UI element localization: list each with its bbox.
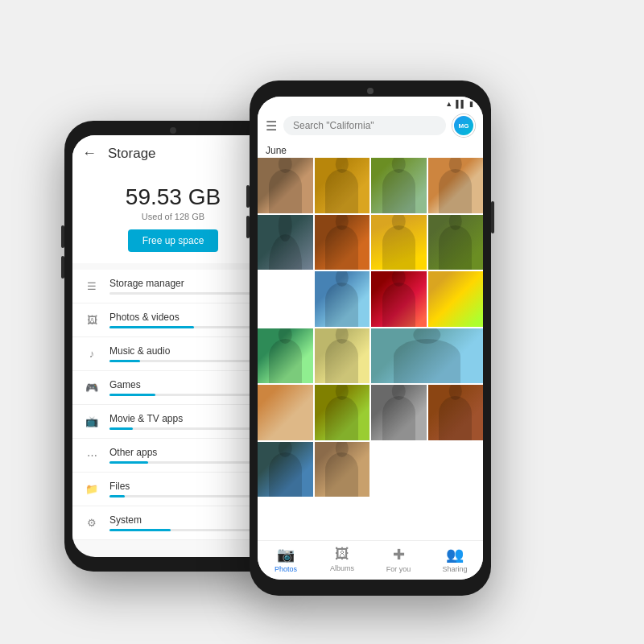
scene: ← Storage 59.53 GB Used of 128 GB Free u… (16, 32, 628, 612)
month-label: June (258, 142, 483, 158)
storage-bar-wrap (109, 394, 262, 396)
photo-cell[interactable] (315, 442, 370, 497)
albums-nav-label: Albums (330, 564, 354, 572)
storage-title: Storage (108, 146, 156, 162)
vol-down-button[interactable] (61, 256, 64, 279)
photo-thumb (315, 215, 370, 270)
photo-cell[interactable] (371, 385, 427, 440)
storage-item-label: Music & audio (109, 345, 262, 357)
photo-cell[interactable] (315, 385, 370, 440)
storage-item-right: Photos & videos (109, 312, 262, 328)
storage-list-item[interactable]: 🖼 Photos & videos (72, 303, 274, 337)
storage-bar-wrap (109, 326, 262, 328)
photo-thumb (371, 215, 427, 270)
front-camera-front (367, 88, 374, 94)
photo-thumb (258, 328, 313, 384)
storage-item-label: Photos & videos (109, 312, 262, 323)
storage-item-label: Games (109, 379, 262, 390)
photo-cell[interactable] (371, 215, 427, 270)
storage-item-icon: ⋯ (84, 449, 100, 462)
status-bar: ▲ ▌▌ ▮ (258, 97, 483, 109)
storage-item-right: Games (109, 379, 262, 396)
bottom-nav: 📷 Photos 🖼 Albums ✚ For you 👥 Sharing (258, 540, 483, 580)
photo-cell[interactable] (428, 215, 484, 270)
for-you-nav-icon: ✚ (393, 546, 405, 564)
free-space-button[interactable]: Free up space (128, 229, 219, 252)
photo-cell[interactable] (428, 158, 484, 213)
storage-bar (109, 529, 171, 531)
photo-grid (258, 158, 483, 497)
nav-sharing[interactable]: 👥 Sharing (427, 546, 483, 573)
photo-cell[interactable] (428, 271, 484, 327)
nav-albums[interactable]: 🖼 Albums (314, 546, 370, 573)
hamburger-icon[interactable]: ☰ (266, 118, 277, 134)
storage-item-label: Movie & TV apps (109, 413, 262, 424)
battery-icon: ▮ (469, 100, 473, 108)
photo-cell[interactable] (258, 328, 313, 384)
storage-item-label: Storage manager (109, 278, 262, 289)
storage-bar-wrap (109, 461, 262, 464)
photo-thumb (428, 385, 484, 440)
nav-photos[interactable]: 📷 Photos (258, 546, 314, 573)
signal-icon: ▌▌ (456, 100, 466, 108)
storage-bar (109, 495, 125, 497)
storage-item-right: Storage manager (109, 278, 262, 295)
photo-cell[interactable] (315, 328, 370, 384)
photos-nav-label: Photos (275, 565, 297, 573)
photo-cell[interactable] (315, 158, 370, 213)
front-camera-back (170, 127, 176, 134)
vol-up-button-front[interactable] (246, 185, 250, 208)
avatar[interactable]: MG (452, 114, 475, 137)
photo-thumb (315, 385, 370, 440)
power-button-front[interactable] (491, 201, 494, 233)
photo-cell[interactable] (315, 215, 370, 270)
photo-cell[interactable] (371, 158, 427, 213)
nav-for-you[interactable]: ✚ For you (370, 546, 427, 573)
storage-bar (109, 360, 140, 362)
photo-thumb (258, 158, 313, 213)
storage-gb: 59.53 GB (72, 184, 274, 210)
photo-cell[interactable] (315, 271, 370, 327)
storage-list-item[interactable]: ⋯ Other apps (72, 439, 274, 473)
storage-bar (109, 326, 194, 328)
photo-cell[interactable] (258, 442, 313, 497)
photo-thumb (315, 271, 370, 327)
sharing-nav-icon: 👥 (446, 546, 464, 564)
photo-thumb (428, 215, 484, 270)
storage-list-item[interactable]: ♪ Music & audio (72, 337, 274, 371)
storage-item-icon: 📁 (84, 483, 100, 496)
storage-list-item[interactable]: ⚙ System (72, 506, 274, 540)
storage-list-item[interactable]: 🎮 Games (72, 371, 274, 405)
photo-thumb (371, 328, 483, 384)
photo-thumb (428, 271, 484, 327)
photo-thumb (371, 158, 427, 213)
search-input[interactable]: Search "California" (283, 116, 446, 135)
sharing-nav-label: Sharing (442, 565, 467, 573)
photo-thumb (315, 442, 370, 497)
photo-cell[interactable] (428, 385, 484, 440)
photo-cell[interactable] (371, 271, 427, 327)
storage-item-icon: ♪ (84, 348, 100, 361)
storage-list-item[interactable]: 📁 Files (72, 473, 274, 506)
phone-front: ▲ ▌▌ ▮ ☰ Search "California" MG June (250, 80, 491, 596)
photo-cell[interactable] (258, 158, 313, 213)
storage-screen: ← Storage 59.53 GB Used of 128 GB Free u… (72, 135, 274, 557)
photo-cell[interactable] (258, 385, 313, 440)
photo-cell[interactable] (258, 215, 313, 270)
photo-cell[interactable] (371, 328, 483, 384)
photo-thumb (258, 385, 313, 440)
vol-down-button-front[interactable] (246, 216, 250, 238)
storage-list-item[interactable]: ☰ Storage manager (72, 270, 274, 303)
photo-thumb (371, 385, 427, 440)
storage-usage: 59.53 GB Used of 128 GB Free up space (72, 168, 274, 263)
back-arrow-icon[interactable]: ← (82, 145, 97, 162)
storage-item-icon: 🎮 (84, 382, 100, 394)
storage-item-right: Files (109, 481, 262, 497)
storage-item-icon: ⚙ (84, 517, 100, 530)
wifi-icon: ▲ (445, 100, 452, 108)
storage-bar-wrap (109, 360, 262, 362)
storage-list-item[interactable]: 📺 Movie & TV apps (72, 405, 274, 439)
vol-up-button[interactable] (61, 225, 64, 248)
photo-thumb (371, 271, 427, 327)
albums-nav-icon: 🖼 (335, 546, 349, 563)
